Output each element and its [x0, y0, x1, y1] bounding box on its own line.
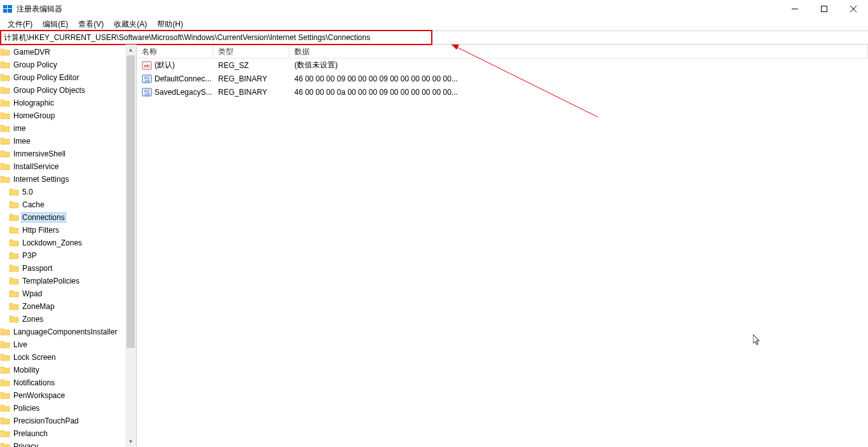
menu-view[interactable]: 查看(V) — [73, 18, 109, 31]
value-name-text: SavedLegacyS... — [155, 88, 212, 97]
folder-icon — [0, 85, 10, 95]
folder-icon — [0, 403, 10, 413]
tree-item[interactable]: Passport — [0, 262, 136, 275]
tree-item[interactable]: Notifications — [0, 376, 136, 389]
folder-icon — [9, 238, 19, 248]
maximize-button[interactable] — [809, 0, 839, 18]
folder-icon — [0, 416, 10, 426]
tree-item-label: TemplatePolicies — [21, 276, 81, 286]
cell-name: SavedLegacyS... — [137, 87, 213, 97]
tree-item[interactable]: Zones — [0, 313, 136, 326]
folder-icon — [0, 174, 10, 184]
tree-item[interactable]: Group Policy Objects — [0, 84, 136, 97]
close-button[interactable] — [839, 0, 868, 18]
tree-item[interactable]: Privacy — [0, 440, 136, 447]
folder-icon — [0, 111, 10, 121]
folder-icon — [0, 123, 10, 134]
tree-item[interactable]: PrecisionTouchPad — [0, 415, 136, 427]
tree-item[interactable]: Mobility — [0, 364, 136, 376]
app-icon — [3, 4, 13, 14]
tree-item-label: Group Policy Editor — [12, 72, 80, 83]
tree-item-label: Mobility — [12, 365, 41, 375]
folder-icon — [0, 378, 10, 388]
svg-rect-3 — [8, 9, 12, 13]
tree-item[interactable]: PenWorkspace — [0, 389, 136, 402]
tree-item[interactable]: Wpad — [0, 287, 136, 300]
svg-rect-5 — [822, 6, 827, 12]
tree-item[interactable]: Holographic — [0, 97, 136, 109]
list-row[interactable]: DefaultConnec...REG_BINARY46 00 00 00 09… — [137, 72, 868, 85]
tree-item-label: Group Policy — [12, 60, 59, 70]
menu-edit[interactable]: 编辑(E) — [38, 18, 73, 31]
tree-item[interactable]: InstallService — [0, 160, 136, 173]
value-name-text: DefaultConnec... — [155, 74, 211, 83]
folder-icon — [0, 340, 10, 350]
folder-icon — [0, 47, 10, 57]
binary-icon — [142, 87, 152, 97]
tree-item[interactable]: Lock Screen — [0, 351, 136, 364]
folder-icon — [9, 289, 19, 299]
tree-item-label: ImmersiveShell — [12, 149, 67, 159]
column-header-type[interactable]: 类型 — [213, 45, 289, 58]
cell-type: REG_BINARY — [213, 88, 289, 97]
tree-item-label: Prelaunch — [12, 429, 49, 439]
tree-item[interactable]: Internet Settings — [0, 173, 136, 186]
tree-item[interactable]: HomeGroup — [0, 109, 136, 122]
folder-icon — [9, 251, 19, 261]
svg-rect-2 — [3, 9, 7, 13]
scroll-thumb[interactable] — [127, 55, 135, 348]
tree-item[interactable]: 5.0 — [0, 186, 136, 198]
tree-item[interactable]: ZoneMap — [0, 300, 136, 313]
tree-item[interactable]: ime — [0, 122, 136, 135]
folder-icon — [9, 276, 19, 286]
tree-item[interactable]: Imee — [0, 135, 136, 148]
tree-item[interactable]: Cache — [0, 198, 136, 211]
column-header-data[interactable]: 数据 — [289, 45, 868, 58]
tree-item[interactable]: TemplatePolicies — [0, 275, 136, 287]
folder-icon — [0, 149, 10, 159]
tree-item-label: P3P — [21, 251, 38, 261]
window-title: 注册表编辑器 — [17, 4, 62, 15]
folder-icon — [0, 60, 10, 70]
folder-icon — [0, 352, 10, 362]
tree-item-label: Passport — [21, 263, 53, 273]
tree-item[interactable]: Group Policy Editor — [0, 71, 136, 84]
menu-help[interactable]: 帮助(H) — [152, 18, 188, 31]
tree-item[interactable]: Http Filters — [0, 224, 136, 237]
minimize-button[interactable] — [780, 0, 809, 18]
list-header: 名称 类型 数据 — [137, 45, 868, 58]
registry-tree[interactable]: GameDVRGroup PolicyGroup Policy EditorGr… — [0, 45, 136, 447]
binary-icon — [142, 74, 152, 84]
value-name-text: (默认) — [155, 60, 175, 71]
tree-item[interactable]: Connections — [0, 211, 136, 224]
tree-item[interactable]: GameDVR — [0, 46, 136, 58]
scroll-down-icon[interactable]: ▼ — [125, 436, 136, 447]
tree-item-label: ime — [12, 123, 27, 134]
tree-item[interactable]: P3P — [0, 249, 136, 262]
menu-file[interactable]: 文件(F) — [3, 18, 38, 31]
tree-item-label: Lockdown_Zones — [21, 238, 83, 248]
list-row[interactable]: SavedLegacyS...REG_BINARY46 00 00 00 0a … — [137, 85, 868, 99]
tree-item-label: InstallService — [12, 162, 60, 172]
address-bar-input[interactable] — [0, 31, 868, 44]
folder-icon — [0, 390, 10, 401]
cell-data: 46 00 00 00 0a 00 00 00 09 00 00 00 00 0… — [289, 88, 868, 97]
tree-item[interactable]: LanguageComponentsInstaller — [0, 326, 136, 338]
cell-type: REG_SZ — [213, 61, 289, 70]
tree-item[interactable]: Prelaunch — [0, 427, 136, 440]
tree-item[interactable]: ImmersiveShell — [0, 148, 136, 160]
list-row[interactable]: (默认)REG_SZ(数值未设置) — [137, 58, 868, 72]
address-bar-container — [0, 31, 868, 45]
scroll-up-icon[interactable]: ▲ — [125, 45, 136, 55]
tree-item-label: Lock Screen — [12, 352, 57, 362]
tree-item-label: Zones — [21, 314, 45, 324]
svg-rect-0 — [3, 5, 7, 8]
tree-item[interactable]: Group Policy — [0, 58, 136, 71]
tree-item[interactable]: Live — [0, 338, 136, 351]
folder-icon — [0, 365, 10, 375]
tree-item[interactable]: Lockdown_Zones — [0, 237, 136, 249]
tree-item[interactable]: Policies — [0, 402, 136, 415]
menu-favorites[interactable]: 收藏夹(A) — [109, 18, 152, 31]
tree-scrollbar[interactable]: ▲ ▼ — [125, 45, 136, 447]
column-header-name[interactable]: 名称 — [137, 45, 213, 58]
